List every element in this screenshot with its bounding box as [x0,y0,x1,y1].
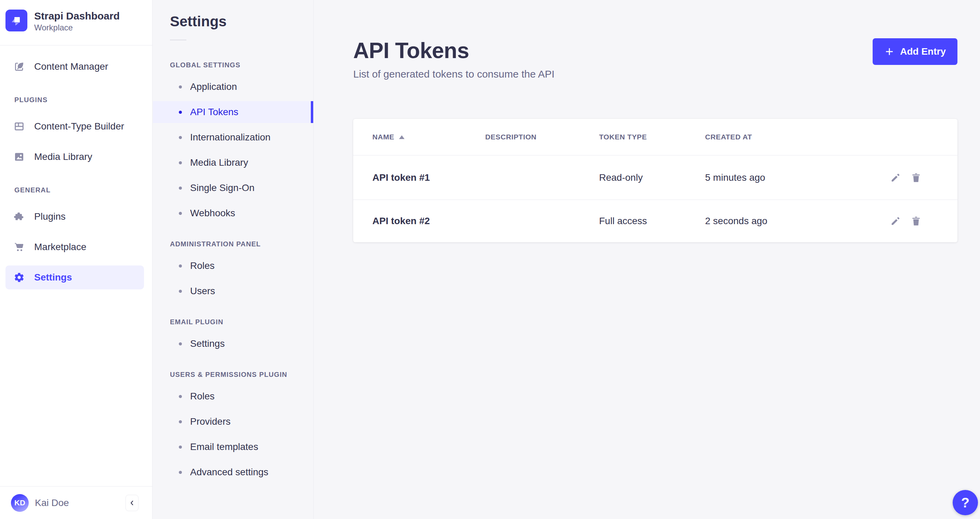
subnav-item-up-providers[interactable]: Providers [153,411,313,433]
subnav-item-label: Webhooks [190,208,235,219]
bullet-icon [179,136,182,139]
add-entry-label: Add Entry [900,46,946,57]
main-nav-list: Content Manager PLUGINS Content-Type Bui… [0,46,152,289]
sidebar-item-content-manager[interactable]: Content Manager [5,55,144,79]
sidebar-item-content-type-builder[interactable]: Content-Type Builder [5,114,144,138]
subnav-section-header: EMAIL PLUGIN [153,317,313,326]
token-name: API token #2 [372,216,485,227]
subnav-section-administration-panel: ADMINISTRATION PANEL Roles Users [153,240,313,302]
workspace-header[interactable]: Strapi Dashboard Workplace [0,0,152,46]
token-created-at: 2 seconds ago [705,216,890,227]
subnav-section-email-plugin: EMAIL PLUGIN Settings [153,317,313,355]
subnav-item-internationalization[interactable]: Internationalization [153,126,313,148]
bullet-icon [179,111,182,114]
content-manager-icon [14,61,25,72]
sidebar-section-plugins: PLUGINS [0,95,152,104]
column-header-created-at[interactable]: CREATED AT [705,133,922,141]
bullet-icon [179,395,182,398]
media-library-icon [14,151,25,162]
app-screen: Strapi Dashboard Workplace Content Manag… [0,0,980,519]
bullet-icon [179,342,182,346]
subnav-item-admin-roles[interactable]: Roles [153,255,313,277]
subnav-item-label: Settings [190,338,225,349]
bullet-icon [179,265,182,268]
sidebar-section-general: GENERAL [0,186,152,194]
sidebar-item-label: Media Library [34,151,92,162]
user-name: Kai Doe [35,497,69,508]
subnav-item-media-library[interactable]: Media Library [153,152,313,173]
bullet-icon [179,187,182,190]
sidebar-item-label: Plugins [34,211,66,222]
page-subtitle: List of generated tokens to consume the … [353,68,555,81]
subnav-section-header: ADMINISTRATION PANEL [153,240,313,248]
edit-button[interactable] [890,172,901,184]
subnav-item-label: API Tokens [190,106,238,117]
token-name: API token #1 [372,172,485,183]
chevron-left-icon [128,499,136,507]
workspace-subtitle: Workplace [34,22,120,33]
delete-button[interactable] [910,215,922,227]
strapi-logo [5,10,27,32]
subnav-item-label: Roles [190,260,215,271]
sidebar-item-media-library[interactable]: Media Library [5,145,144,169]
question-mark-icon: ? [961,495,969,511]
table-row[interactable]: API token #2 Full access 2 seconds ago [353,200,958,242]
column-header-description[interactable]: DESCRIPTION [485,133,599,141]
subnav-item-single-sign-on[interactable]: Single Sign-On [153,177,313,199]
subnav-item-label: Single Sign-On [190,183,255,194]
bullet-icon [179,161,182,164]
subnav-item-label: Email templates [190,441,258,452]
subnav-title: Settings [170,12,313,31]
subnav-item-label: Media Library [190,157,248,168]
subnav-item-up-roles[interactable]: Roles [153,386,313,407]
bullet-icon [179,420,182,423]
avatar[interactable]: KD [11,494,29,512]
api-tokens-table: NAME DESCRIPTION TOKEN TYPE CREATED AT A… [353,119,958,242]
help-button[interactable]: ? [953,490,978,515]
settings-subnav: Settings GLOBAL SETTINGS Application API… [153,0,313,519]
subnav-item-webhooks[interactable]: Webhooks [153,202,313,224]
sidebar-item-label: Settings [34,272,72,283]
subnav-item-label: Providers [190,416,231,427]
pencil-icon [890,215,901,227]
sidebar-item-plugins[interactable]: Plugins [5,205,144,229]
column-header-token-type[interactable]: TOKEN TYPE [599,133,705,141]
token-created-at: 5 minutes ago [705,172,890,183]
subnav-item-admin-users[interactable]: Users [153,280,313,302]
subnav-item-api-tokens[interactable]: API Tokens [153,101,313,123]
workspace-text: Strapi Dashboard Workplace [34,10,120,33]
trash-icon [910,172,922,184]
collapse-sidebar-button[interactable] [126,495,138,511]
sidebar-item-settings[interactable]: Settings [5,265,144,289]
subnav-item-label: Roles [190,391,215,402]
subnav-item-label: Application [190,81,237,92]
subnav-section-global-settings: GLOBAL SETTINGS Application API Tokens I… [153,60,313,224]
main-sidebar: Strapi Dashboard Workplace Content Manag… [0,0,153,519]
sidebar-footer: KD Kai Doe [0,486,152,519]
gear-icon [14,272,25,283]
table-row[interactable]: API token #1 Read-only 5 minutes ago [353,156,958,200]
subnav-item-label: Users [190,286,215,297]
page-title: API Tokens [353,38,555,63]
page-header: API Tokens List of generated tokens to c… [353,38,958,81]
subnav-item-label: Internationalization [190,132,270,143]
bullet-icon [179,471,182,474]
sidebar-item-marketplace[interactable]: Marketplace [5,235,144,259]
puzzle-icon [14,211,25,222]
subnav-sections: GLOBAL SETTINGS Application API Tokens I… [153,60,313,483]
subnav-item-up-email-templates[interactable]: Email templates [153,436,313,458]
column-header-name[interactable]: NAME [372,133,485,141]
bullet-icon [179,212,182,215]
token-type: Read-only [599,172,705,183]
table-header-row: NAME DESCRIPTION TOKEN TYPE CREATED AT [353,119,958,156]
workspace-title: Strapi Dashboard [34,10,120,22]
delete-button[interactable] [910,172,922,184]
subnav-item-email-settings[interactable]: Settings [153,333,313,355]
subnav-section-users-permissions-plugin: USERS & PERMISSIONS PLUGIN Roles Provide… [153,370,313,483]
edit-button[interactable] [890,215,901,227]
subnav-item-application[interactable]: Application [153,76,313,98]
content-type-builder-icon [14,121,25,132]
plus-icon [884,46,894,57]
add-entry-button[interactable]: Add Entry [873,38,958,65]
subnav-item-up-advanced-settings[interactable]: Advanced settings [153,461,313,483]
